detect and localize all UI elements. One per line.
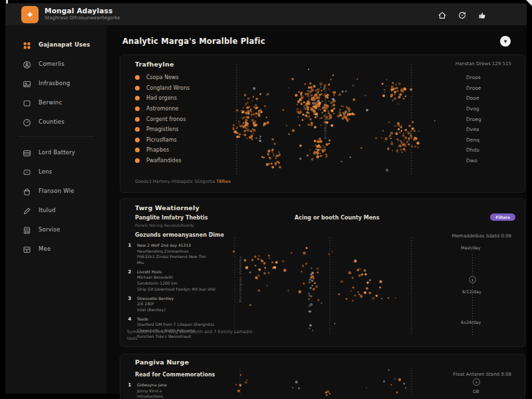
legend-label: Had orgens [146, 95, 177, 101]
legend-label: Pwaflandides [146, 158, 182, 164]
card1-footer-link[interactable]: TBRws [216, 179, 231, 184]
value-cell: Droos [466, 72, 481, 83]
page-action-button[interactable]: ▾ [500, 36, 511, 47]
corner-artifact [526, 0, 532, 6]
sidebar-item-label: Lord Battery [39, 149, 75, 156]
card2-timeline-mid-label: 6/12/day [462, 289, 481, 295]
card-weather-summary: Twrg Weatiornely Panglite Imfatry Thebti… [120, 198, 525, 347]
sidebar: Gajanapat UsesComerlisInfrasbongBerwincC… [5, 25, 106, 394]
sidebar-item-berwinc[interactable]: Berwinc [5, 92, 106, 112]
app-logo-icon[interactable]: ✦ [21, 6, 39, 23]
legend-dot-icon [135, 127, 140, 132]
card3-title: Pangiva Nurge [135, 358, 189, 366]
sidebar-divider [17, 136, 94, 137]
card2-filter-badge[interactable]: Filters [490, 213, 515, 221]
legend-dot-icon [135, 106, 140, 111]
card3-gb-label: GB [473, 389, 479, 394]
list-item-line: Jonny Kind a [137, 388, 167, 394]
card3-section-title: Read for Commemorations [135, 372, 215, 378]
list-item-line: Stressotto Bentley [137, 296, 174, 302]
legend-label: Congland Wrons [146, 85, 190, 91]
card1-legend: Csopa NewsCongland WronsHad orgensAstrom… [135, 72, 190, 166]
sidebar-item-lord-battery[interactable]: Lord Battery [5, 142, 106, 162]
image-icon [23, 78, 31, 87]
value-cell: Dhdo [466, 145, 481, 156]
sidebar-item-label: Flanson Wle [39, 188, 74, 194]
card2-footer-line1: Symediters Litesin Weg Wentworth and 7 K… [127, 329, 252, 336]
list-item-number: 1 [127, 243, 132, 266]
sidebar-item-counties[interactable]: Counties [5, 112, 106, 131]
list-item-number: 2 [127, 269, 132, 293]
legend-row[interactable]: Csopa News [135, 72, 190, 83]
sidebar-item-comerlis[interactable]: Comerlis [5, 54, 106, 73]
sidebar-item-flanson-wle[interactable]: Flanson Wle [5, 181, 106, 200]
legend-dot-icon [135, 86, 140, 90]
card1-footer: Goods3 Hartony Hhbagstic Slingerba TBRws [135, 179, 231, 184]
home-icon[interactable] [438, 10, 447, 19]
legend-row[interactable]: Corgent fronos [135, 114, 190, 124]
list-item-line: Intel (Bentley) [137, 307, 174, 313]
list-item-number: 3 [127, 296, 132, 313]
card2-section-title: Gozunds ermoanyasnen Dime [135, 232, 224, 238]
gauge-icon [23, 117, 31, 126]
list-item-number: 1 [127, 382, 132, 399]
value-cell: Droeg [466, 114, 481, 124]
sidebar-item-label: Comerlis [39, 61, 65, 67]
card2-column1-title: Panglite Imfatry Thebtis [135, 215, 208, 221]
user-badge-icon[interactable] [477, 10, 487, 19]
legend-row[interactable]: Picrusfiams [135, 135, 190, 146]
legend-dot-icon [135, 148, 140, 152]
legend-row[interactable]: Congland Wrons [135, 83, 190, 94]
sidebar-item-gajanapat-uses[interactable]: Gajanapat Uses [5, 35, 106, 54]
sidebar-item-itulud[interactable]: Itulud [5, 200, 106, 219]
app-subtitle: Staghraso Dlfcosunweantegorke [45, 16, 120, 21]
legend-label: Astromonne [146, 106, 179, 112]
sidebar-item-sorvise[interactable]: Sorvise [5, 219, 106, 239]
list-item-lines: New 2 Wolf 2nd day 41313Heartlending Zim… [137, 243, 206, 266]
sidebar-item-label: Counties [39, 118, 65, 125]
card2-numbered-list: 1New 2 Wolf 2nd day 41313Heartlending Zi… [127, 243, 225, 342]
card3-scatter-plot [220, 366, 532, 398]
list-item: 3Stressotto Bentley2/6 280fIntel (Bentle… [127, 296, 225, 313]
legend-dot-icon [135, 75, 140, 80]
card3-numbered-list: 1Gidwayna JaneJonny Kind aIntraductions [127, 382, 225, 399]
refresh-icon[interactable] [458, 10, 467, 19]
list-item-lines: Liscott PostsMichael BenedettiSandstorm … [137, 269, 215, 293]
card2-column1-subtitle: Panels forcing Revolutotooldy [135, 223, 194, 227]
calculator-icon [23, 225, 31, 233]
legend-dot-icon [135, 158, 140, 163]
card2-column2-title: Acing or booth County Mens [295, 215, 380, 221]
card2-footer: Symediters Litesin Weg Wentworth and 7 K… [127, 329, 252, 342]
window-icon [23, 98, 31, 106]
legend-row[interactable]: Had orgens [135, 93, 190, 104]
list-item-line: Heartlending Zimmerman [137, 249, 206, 255]
legend-row[interactable]: Astromonne [135, 104, 190, 114]
list-item-line: Toads [137, 317, 215, 323]
list-item: 1New 2 Wolf 2nd day 41313Heartlending Zi… [127, 243, 225, 266]
sidebar-item-lens[interactable]: Lens [5, 162, 106, 181]
value-cell: Dwo [466, 156, 481, 166]
value-cell: Dvog [466, 104, 481, 114]
value-cell: Drooe [466, 83, 481, 94]
value-cell: Dvea [466, 124, 481, 135]
legend-dot-icon [135, 138, 140, 142]
legend-row[interactable]: Pwaflandides [135, 156, 190, 166]
card2-right-meta: Memaddelbas Sdatd 0:08 [452, 233, 511, 239]
scatter-canvas [220, 366, 532, 398]
legend-row[interactable]: Phapbes [135, 145, 190, 156]
card2-footer-line2: tools [127, 336, 252, 342]
sidebar-item-mee[interactable]: Mee [5, 239, 106, 258]
page-title: Analytic Marga's Moralble Plafic [122, 37, 265, 46]
sidebar-item-label: Mee [39, 245, 51, 252]
card1-footer-text: Goods3 Hartony Hhbagstic Slingerba [135, 179, 215, 184]
card1-title: Trafheylne [135, 61, 174, 68]
sidebar-item-label: Infrasbong [39, 80, 70, 86]
list-item-line: Stanford GM from T Litepan Shergnitzs [137, 322, 215, 328]
message-icon [23, 167, 31, 176]
legend-dot-icon [135, 117, 140, 122]
sidebar-item-infrasbong[interactable]: Infrasbong [5, 73, 106, 92]
card2-title: Twrg Weatiornely [135, 204, 200, 211]
app-title: Mongal Adaylass [45, 7, 120, 15]
legend-row[interactable]: Pmagistlens [135, 124, 190, 135]
value-cell: Dooe [466, 93, 481, 104]
